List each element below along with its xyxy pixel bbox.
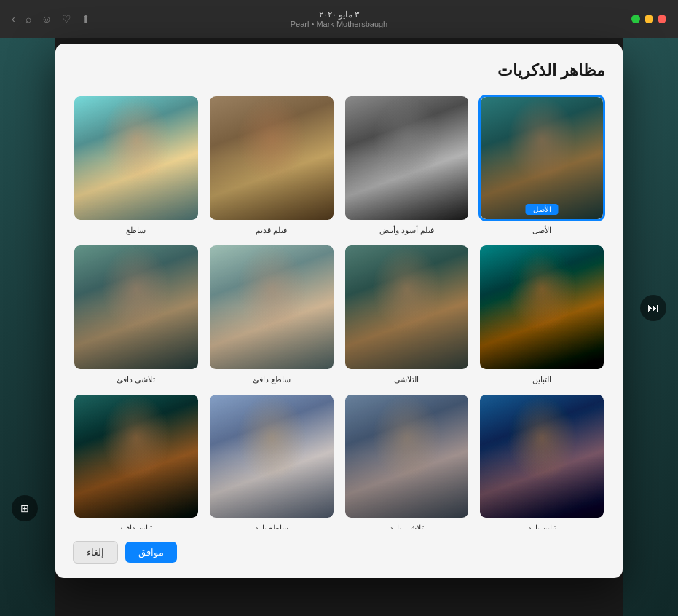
titlebar-center: ٣ مايو ٢٠٢٠ Pearl • Mark Mothersbaugh <box>291 9 387 28</box>
photo-sim-contrast <box>480 245 604 369</box>
thumb-wrapper-coldcontrast <box>478 393 605 520</box>
next-button[interactable]: ⏭ <box>640 295 666 321</box>
photo-sim-warmcontrast <box>74 395 198 518</box>
titlebar-artist: Pearl • Mark Mothersbaugh <box>291 20 387 28</box>
thumb-item-warm[interactable]: التلاشي <box>344 244 470 384</box>
traffic-lights <box>631 15 666 23</box>
titlebar-left: ‹ ⌕ ☺ ♡ ⬆ <box>12 13 90 25</box>
thumb-label-brightcold: ساطع بارد <box>255 524 288 529</box>
traffic-light-green[interactable] <box>631 15 640 23</box>
titlebar-toolbar-icons: ‹ ⌕ ☺ ♡ ⬆ <box>12 13 90 25</box>
grid-view-button[interactable]: ⊞ <box>12 495 38 521</box>
thumb-wrapper-oldfilm <box>208 95 335 221</box>
thumb-label-bright: ساطع <box>126 226 146 235</box>
thumb-item-warmfade[interactable]: تلاشي دافئ <box>73 244 200 384</box>
photo-sim-brightwarmfade <box>210 245 334 369</box>
photo-sim-oldfilm <box>210 96 334 220</box>
back-icon[interactable]: ‹ <box>12 13 15 25</box>
background-photo-left <box>0 38 55 616</box>
thumb-wrapper-brightwarmfade <box>208 244 335 371</box>
thumb-wrapper-brightcold <box>208 393 335 520</box>
photo-sim-brightcold <box>210 395 334 518</box>
thumb-label-warmfade: تلاشي دافئ <box>117 375 155 384</box>
confirm-button[interactable]: موافق <box>125 542 177 563</box>
thumb-wrapper-warmfade <box>73 244 200 371</box>
memories-look-dialog: مظاهر الذكريات ساطعفيلم قديمفيلم أسود وأ… <box>55 44 623 578</box>
thumb-item-bwfilm[interactable]: فيلم أسود وأبيض <box>344 95 470 235</box>
thumb-label-coldcontrast: تباين بارد <box>528 524 556 529</box>
thumb-wrapper-contrast <box>478 244 605 371</box>
photo-sim-warmfade <box>74 245 198 369</box>
thumb-item-brightwarmfade[interactable]: ساطع دافئ <box>208 244 335 384</box>
search-icon[interactable]: ⌕ <box>25 13 31 25</box>
background-photo-right <box>623 38 678 616</box>
thumb-wrapper-warm <box>344 244 470 371</box>
thumb-item-bright[interactable]: ساطع <box>73 95 200 235</box>
heart-icon[interactable]: ♡ <box>62 13 71 25</box>
thumb-wrapper-bwfilm <box>344 95 470 221</box>
photo-sim-coldcontrast <box>480 395 604 518</box>
photo-sim-original: الأصل <box>481 97 603 219</box>
thumb-item-original[interactable]: الأصلالأصل <box>478 95 605 235</box>
share-icon[interactable]: ⬆ <box>82 13 90 25</box>
thumb-label-oldfilm: فيلم قديم <box>256 226 287 235</box>
thumb-item-coldfade[interactable]: تلاشي بارد <box>344 393 470 530</box>
thumb-item-warmcontrast[interactable]: تباين دافئ <box>73 393 200 530</box>
thumb-wrapper-bright <box>73 95 200 221</box>
thumb-item-contrast[interactable]: التباين <box>478 244 605 384</box>
thumb-item-coldcontrast[interactable]: تباين بارد <box>478 393 605 530</box>
dialog-title: مظاهر الذكريات <box>73 61 605 80</box>
thumb-item-brightcold[interactable]: ساطع بارد <box>208 393 335 530</box>
thumb-wrapper-coldfade <box>344 393 470 520</box>
thumb-label-warmcontrast: تباين دافئ <box>119 524 152 529</box>
emoji-icon[interactable]: ☺ <box>42 13 52 25</box>
titlebar: ‹ ⌕ ☺ ♡ ⬆ ٣ مايو ٢٠٢٠ Pearl • Mark Mothe… <box>0 0 678 38</box>
traffic-light-yellow[interactable] <box>645 15 653 23</box>
thumb-label-original: الأصل <box>532 226 551 235</box>
thumb-label-bwfilm: فيلم أسود وأبيض <box>379 226 434 235</box>
photo-sim-coldfade <box>345 395 469 518</box>
original-badge: الأصل <box>526 204 559 215</box>
titlebar-date: ٣ مايو ٢٠٢٠ <box>291 9 387 20</box>
photo-sim-warm <box>345 245 469 369</box>
thumb-label-coldfade: تلاشي بارد <box>390 524 424 529</box>
thumb-label-brightwarmfade: ساطع دافئ <box>253 375 291 384</box>
thumb-label-contrast: التباين <box>532 375 551 384</box>
thumb-wrapper-warmcontrast <box>73 393 200 520</box>
photo-sim-bwfilm <box>345 96 469 220</box>
thumb-label-warm: التلاشي <box>394 375 419 384</box>
thumb-wrapper-original: الأصل <box>478 95 605 221</box>
cancel-button[interactable]: إلغاء <box>73 541 118 564</box>
traffic-light-red[interactable] <box>658 15 666 23</box>
photo-sim-bright <box>74 96 198 220</box>
dialog-footer: موافق إلغاء <box>73 541 605 564</box>
thumb-item-oldfilm[interactable]: فيلم قديم <box>208 95 335 235</box>
thumbnails-grid: ساطعفيلم قديمفيلم أسود وأبيضالأصلالأصلتل… <box>73 95 605 529</box>
